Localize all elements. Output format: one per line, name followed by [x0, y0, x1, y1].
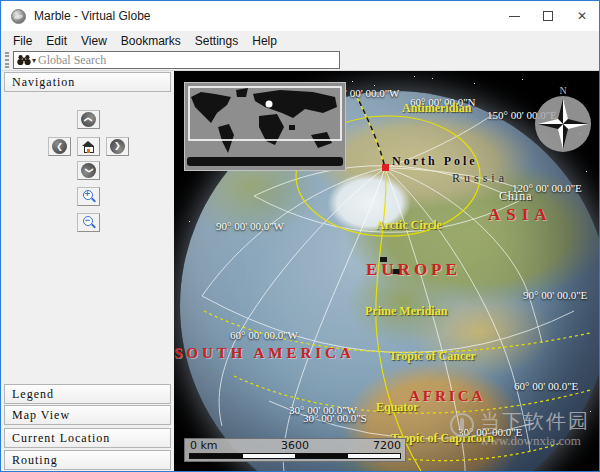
- home-icon: [82, 141, 95, 153]
- map-label: China: [499, 190, 533, 202]
- toolbar-drag-handle-icon[interactable]: [5, 52, 9, 68]
- map-label: Tropic of Cancer: [389, 350, 476, 362]
- map-label: 60° 00' 00.0"E: [514, 381, 578, 392]
- map-label: Prime Meridian: [365, 305, 447, 317]
- map-label: 0° 00' 00.0"W: [337, 88, 400, 99]
- map-label: North Pole: [392, 155, 478, 167]
- pan-down-button[interactable]: ❮: [77, 161, 100, 180]
- chevron-right-icon: ❮: [110, 139, 125, 154]
- overview-world-map: [185, 83, 345, 170]
- panel-header-map-view[interactable]: Map View: [4, 405, 171, 425]
- menu-item-file[interactable]: File: [6, 32, 39, 50]
- chevron-up-icon: ❮: [81, 112, 96, 127]
- map-label: ASIA: [488, 206, 553, 223]
- compass-star-icon: [535, 96, 591, 152]
- panel-header-legend[interactable]: Legend: [4, 384, 171, 404]
- menu-item-bookmarks[interactable]: Bookmarks: [114, 32, 188, 50]
- menu-bar: FileEditViewBookmarksSettingsHelp: [2, 31, 599, 50]
- north-pole-marker[interactable]: [382, 164, 389, 171]
- watermark: 当下软件园 www.downxia.com: [450, 409, 590, 449]
- title-bar: Marble - Virtual Globe ✕: [2, 1, 599, 31]
- map-label: 90° 00' 00.0"E: [523, 290, 587, 301]
- globe-map-canvas[interactable]: 0° 00' 00.0"W60° 00' 00.0"NAntimeridian1…: [174, 71, 600, 472]
- scale-end-label: 7200: [373, 439, 401, 452]
- watermark-site-url: www.downxia.com: [480, 433, 590, 449]
- map-label: 30° 00' 00.0"S: [303, 413, 367, 424]
- antimeridian-dashed-line: [355, 93, 385, 168]
- pan-up-button[interactable]: ❮: [77, 110, 100, 129]
- maximize-icon: [543, 11, 553, 21]
- marble-app-icon: [11, 9, 26, 24]
- binoculars-search-icon[interactable]: [17, 54, 31, 66]
- scale-bar-segments: [189, 453, 401, 459]
- map-label: 90° 00' 00.0"W: [216, 221, 284, 232]
- scale-start-label: 0 km: [190, 439, 218, 452]
- map-label: AFRICA: [409, 389, 485, 404]
- search-input[interactable]: [38, 53, 339, 67]
- minimize-button[interactable]: [497, 1, 531, 31]
- map-label: EUROPE: [366, 261, 461, 278]
- map-label: Equator: [376, 401, 419, 413]
- chevron-left-icon: ❮: [52, 139, 67, 154]
- minimize-icon: [509, 16, 520, 17]
- app-window: Marble - Virtual Globe ✕ FileEditViewBoo…: [0, 0, 600, 472]
- map-label: 60° 00' 00.0"W: [230, 330, 298, 341]
- window-title: Marble - Virtual Globe: [34, 9, 151, 23]
- overview-position-dot: [266, 101, 273, 108]
- search-dropdown-icon[interactable]: ▾: [32, 56, 36, 65]
- menu-item-settings[interactable]: Settings: [188, 32, 245, 50]
- chevron-down-icon: ❮: [81, 163, 96, 178]
- menu-item-view[interactable]: View: [74, 32, 114, 50]
- scale-bar: 0 km 3600 7200: [184, 438, 406, 462]
- pan-right-button[interactable]: ❮: [106, 137, 129, 156]
- search-toolbar: ▾: [2, 50, 599, 71]
- close-button[interactable]: ✕: [565, 1, 599, 31]
- sidebar: Navigation ❮ ❮ ❮ ❮ + − Legend Map View C…: [2, 71, 174, 472]
- panel-header-navigation[interactable]: Navigation: [4, 72, 171, 92]
- overview-map[interactable]: [184, 82, 346, 171]
- zoom-in-icon: +: [82, 190, 96, 204]
- map-label: Antimeridian: [402, 102, 471, 114]
- map-label: Arctic Circle: [376, 219, 442, 231]
- compass-rose[interactable]: N: [533, 85, 593, 157]
- home-button[interactable]: [77, 137, 100, 156]
- close-icon: ✕: [577, 10, 587, 22]
- compass-north-label: N: [533, 85, 593, 96]
- watermark-site-name: 当下软件园: [480, 409, 590, 433]
- panel-header-current-location[interactable]: Current Location: [4, 428, 171, 448]
- search-box: ▾: [13, 51, 340, 69]
- pan-left-button[interactable]: ❮: [48, 137, 71, 156]
- menu-item-edit[interactable]: Edit: [39, 32, 74, 50]
- panel-header-routing[interactable]: Routing: [4, 450, 171, 470]
- zoom-out-button[interactable]: −: [77, 213, 100, 232]
- zoom-out-icon: −: [82, 216, 96, 230]
- menu-item-help[interactable]: Help: [245, 32, 284, 50]
- map-label: Russia: [452, 172, 508, 184]
- zoom-in-button[interactable]: +: [77, 187, 100, 206]
- maximize-button[interactable]: [531, 1, 565, 31]
- scale-mid-label: 3600: [281, 439, 309, 452]
- map-label: SOUTH AMERICA: [174, 346, 355, 361]
- watermark-logo-icon: [450, 413, 474, 437]
